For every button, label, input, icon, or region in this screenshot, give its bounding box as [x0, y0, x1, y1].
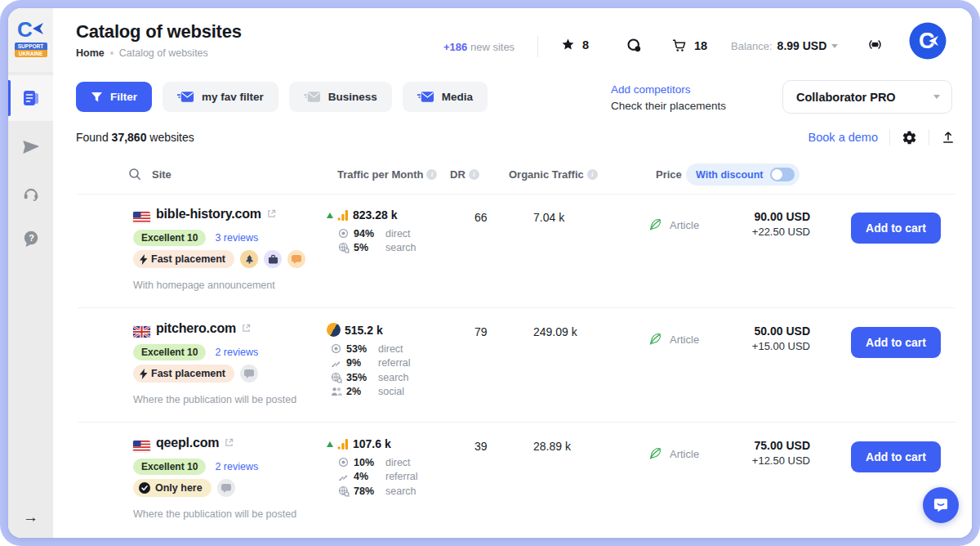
sidebar-item-messages[interactable] — [8, 124, 53, 170]
results-suffix: websites — [149, 131, 194, 144]
svg-text:C: C — [17, 18, 33, 41]
add-to-cart-button[interactable]: Add to cart — [851, 441, 941, 472]
main-panel: Catalog of websites Home Catalog of webs… — [53, 8, 972, 538]
breadcrumb: Home Catalog of websites — [76, 47, 208, 59]
support-label: SUPPORT — [15, 43, 47, 50]
business-filter-button[interactable]: Business — [289, 82, 392, 112]
column-header-organic: Organic Traffici — [509, 168, 598, 181]
column-header-site: Site — [152, 168, 172, 181]
flag-gb-icon — [133, 326, 150, 338]
sidebar-logo[interactable]: C SUPPORT UKRAINE — [8, 8, 53, 72]
with-discount-control: With discount — [686, 163, 800, 186]
organic-value: 249.09 k — [533, 325, 577, 338]
bar-chart-icon — [337, 439, 349, 450]
only-here-badge: Only here — [133, 479, 212, 497]
site-search-icon[interactable] — [128, 168, 141, 184]
mail-fast-icon — [177, 91, 194, 103]
traffic-source: 35%search — [331, 370, 411, 385]
export-button[interactable] — [941, 130, 956, 145]
sidebar-expand-arrow[interactable]: → — [8, 508, 53, 526]
site-domain-link[interactable]: qeepl.com — [156, 436, 219, 450]
new-sites-count: +186 — [443, 41, 467, 53]
traffic-source: 9%referral — [331, 356, 411, 371]
favorites-button[interactable]: 8 — [561, 38, 589, 51]
external-link-icon[interactable] — [225, 436, 234, 450]
site-domain-link[interactable]: pitchero.com — [156, 321, 236, 336]
add-to-cart-button[interactable]: Add to cart — [851, 213, 941, 244]
traffic-source: 10%direct — [338, 455, 418, 470]
direct-icon — [338, 457, 354, 468]
price-extra: +15.00 USD — [752, 340, 810, 352]
traffic-value: 823.28 k — [353, 208, 398, 222]
notification-bell-icon — [866, 36, 884, 53]
search-source-icon — [338, 486, 354, 497]
rating-badge: Excellent 10 — [133, 230, 206, 246]
price-value: 50.00 USD — [752, 324, 810, 338]
price-cell: 90.00 USD +22.50 USD — [752, 210, 810, 238]
traffic-source: 94%direct — [338, 226, 416, 241]
my-fav-filter-button[interactable]: my fav filter — [163, 82, 278, 112]
sidebar-item-support[interactable] — [8, 170, 53, 216]
info-icon[interactable]: i — [426, 169, 437, 180]
chat-bubble-icon — [932, 496, 950, 514]
media-filter-button[interactable]: Media — [403, 82, 488, 112]
mail-fast-gray-icon — [304, 91, 321, 103]
placement-type: Article — [648, 332, 699, 347]
balance-dropdown[interactable]: Balance: 8.99 USD — [731, 39, 838, 52]
trend-up-icon — [327, 213, 333, 218]
cart-button[interactable]: 18 — [671, 38, 707, 53]
comment-gray-icon[interactable] — [240, 365, 258, 383]
new-sites-label-text: new sites — [470, 41, 514, 53]
add-to-cart-button[interactable]: Add to cart — [851, 327, 941, 358]
plan-select[interactable]: Collaborator PRO — [782, 80, 952, 114]
account-avatar[interactable]: C — [909, 22, 947, 63]
external-link-icon[interactable] — [242, 321, 251, 336]
sidebar-item-help[interactable]: ? — [8, 216, 53, 262]
rating-badge: Excellent 10 — [133, 459, 206, 475]
price-extra: +22.50 USD — [752, 226, 810, 238]
reviews-link[interactable]: 2 reviews — [215, 461, 258, 472]
row-note: With homepage announcement — [133, 280, 275, 291]
add-competitors-link[interactable]: Add competitors — [611, 83, 691, 96]
dialogs-button[interactable] — [626, 38, 642, 53]
catalog-icon — [21, 88, 41, 108]
comment-icon[interactable] — [287, 250, 305, 268]
referral-icon — [331, 358, 346, 369]
price-value: 90.00 USD — [752, 210, 810, 223]
external-link-icon[interactable] — [267, 207, 276, 222]
chat-widget-button[interactable] — [923, 487, 959, 523]
filter-button[interactable]: Filter — [76, 82, 152, 112]
book-a-demo-link[interactable]: Book a demo — [808, 131, 878, 144]
new-sites-link[interactable]: +186 new sites — [443, 41, 514, 53]
breadcrumb-home[interactable]: Home — [76, 47, 105, 59]
table-row: pitchero.com Excellent 10 2 reviews Fast… — [78, 319, 956, 423]
similarweb-icon — [327, 323, 341, 337]
tree-icon[interactable] — [240, 250, 258, 268]
business-filter-label: Business — [328, 91, 377, 103]
briefcase-icon[interactable] — [264, 250, 282, 268]
sidebar-item-catalog[interactable] — [8, 75, 53, 121]
with-discount-toggle[interactable] — [770, 168, 795, 181]
cart-count: 18 — [694, 39, 707, 52]
info-icon[interactable]: i — [469, 169, 479, 180]
price-cell: 50.00 USD +15.00 USD — [752, 324, 810, 352]
comment-gray-icon[interactable] — [217, 479, 235, 497]
chevron-down-icon — [831, 44, 838, 48]
settings-button[interactable] — [902, 130, 917, 145]
toggle-knob — [772, 169, 782, 180]
column-header-dr: DRi — [450, 168, 479, 181]
reviews-link[interactable]: 3 reviews — [215, 232, 258, 244]
dr-value: 39 — [474, 440, 488, 453]
feather-icon — [648, 446, 662, 461]
sidebar: C SUPPORT UKRAINE — [8, 8, 53, 538]
star-icon — [561, 38, 575, 51]
lightning-icon — [140, 254, 148, 265]
traffic-source: 5%search — [338, 241, 416, 256]
list-tools: Book a demo — [808, 129, 956, 145]
table-row: bible-history.com Excellent 10 3 reviews… — [78, 204, 956, 308]
reviews-link[interactable]: 2 reviews — [215, 347, 258, 358]
site-domain-link[interactable]: bible-history.com — [156, 207, 261, 222]
info-icon[interactable]: i — [587, 169, 598, 180]
notifications-button[interactable] — [866, 36, 884, 56]
gear-icon — [902, 130, 917, 145]
